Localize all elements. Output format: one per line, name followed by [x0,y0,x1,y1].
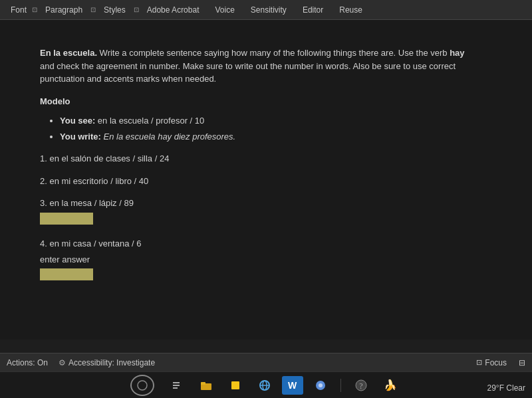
bullet1-text: en la escuela / profesor / 10 [95,116,204,126]
ribbon-dialog-icon3: ⊡ [134,6,139,13]
status-bar: Actions: On ⚙ Accessibility: Investigate… [0,353,532,371]
svg-rect-5 [201,382,205,385]
status-right: ⊡ Focus ⊟ [472,357,525,369]
ribbon-bar: Font ⊡ Paragraph ⊡ Styles ⊡ Adobe Acroba… [0,0,532,20]
modelo-heading: Modelo [40,95,472,108]
document-area: En la escuela. Write a complete sentence… [0,20,532,340]
svg-point-11 [319,383,323,387]
accessibility-label: Accessibility: Investigate [68,358,155,367]
start-button[interactable] [130,375,154,396]
ribbon-reuse[interactable]: Reuse [331,0,370,19]
focus-icon: ⊡ [476,358,482,367]
actions-on-label: Actions: On [7,358,48,367]
reuse-label: Reuse [339,5,362,15]
status-left: Actions: On ⚙ Accessibility: Investigate [7,358,462,367]
editor-label: Editor [303,5,323,15]
taskbar-help[interactable]: ? [349,375,373,396]
focus-label: Focus [485,358,507,367]
svg-point-0 [138,381,147,390]
weather-text: 29°F Clear [487,383,526,393]
bullet1-label: You see: [60,116,95,126]
doc-content: En la escuela. Write a complete sentence… [40,47,472,284]
search-icon [172,380,182,391]
acrobat-label: Adobe Acrobat [147,5,200,15]
view-controls: ⊟ [519,358,525,367]
instruction-paragraph: En la escuela. Write a complete sentence… [40,47,472,86]
ribbon-font[interactable]: Font [5,0,32,19]
actions-on-item: Actions: On [7,358,48,367]
bullet2-label: You write: [60,132,101,142]
browser-icon [259,379,271,391]
item3-text: 3. en la mesa / lápiz / 89 [40,197,472,210]
bullet-item-2: You write: En la escuela hay diez profes… [60,130,472,144]
styles-label: Styles [104,5,126,15]
instruction-hay: hay [450,48,464,58]
bullet2-text: En la escuela hay diez profesores. [101,132,235,142]
help-icon: ? [355,379,367,391]
enter-answer-label: enter answer [40,253,472,266]
svg-rect-3 [173,387,178,389]
taskbar-banana[interactable]: 🍌 [378,375,402,396]
item4-text: 4. en mi casa / ventana / 6 [40,237,472,250]
weather-display: 29°F Clear [487,383,526,393]
exercise-item-3: 3. en la mesa / lápiz / 89 [40,197,472,228]
svg-rect-1 [173,382,180,383]
answer-box-4[interactable] [40,268,93,280]
taskbar-app1[interactable] [309,375,332,396]
exercise-item-2: 2. en mi escritorio / libro / 40 [40,175,472,188]
svg-text:?: ? [359,381,362,391]
font-label: Font [11,5,27,15]
taskbar-notes[interactable] [223,375,247,396]
voice-label: Voice [215,5,234,15]
item2-text: 2. en mi escritorio / libro / 40 [40,175,472,188]
app1-icon [315,379,327,391]
ribbon-dialog-icon2: ⊡ [90,6,96,13]
ribbon-paragraph[interactable]: Paragraph [37,0,90,19]
accessibility-icon: ⚙ [59,358,66,367]
taskbar: W ? 🍌 29°F Clear [0,371,532,398]
ribbon-dialog-icon1: ⊡ [32,6,37,13]
notes-icon [230,380,241,391]
exercise-item-1: 1. en el salón de clases / silla / 24 [40,152,472,165]
exercise-item-4: 4. en mi casa / ventana / 6 enter answer [40,237,472,284]
ribbon-styles[interactable]: Styles [96,0,134,19]
ribbon-acrobat[interactable]: Adobe Acrobat [139,0,207,19]
windows-icon [137,380,148,391]
ribbon-voice[interactable]: Voice [207,0,242,19]
taskbar-search[interactable] [165,375,189,396]
taskbar-word[interactable]: W [282,376,303,395]
paragraph-label: Paragraph [45,5,82,15]
instruction-bold: En la escuela. [40,48,97,58]
modelo-bullets: You see: en la escuela / profesor / 10 Y… [40,114,472,143]
instruction-text2: and check the agreement in number. Make … [40,61,456,84]
folder-icon [200,380,212,391]
accessibility-item[interactable]: ⚙ Accessibility: Investigate [59,358,155,367]
banana-icon: 🍌 [384,379,397,391]
answer-box-3[interactable] [40,213,93,225]
instruction-text1: Write a complete sentence saying how man… [97,48,450,58]
taskbar-browser[interactable] [253,375,277,396]
item1-text: 1. en el salón de clases / silla / 24 [40,152,472,165]
focus-button[interactable]: ⊡ Focus [472,357,511,369]
svg-rect-2 [173,385,180,386]
taskbar-separator [340,379,341,392]
ribbon-sensitivity[interactable]: Sensitivity [243,0,295,19]
taskbar-file-explorer[interactable] [194,375,218,396]
bullet-item-1: You see: en la escuela / profesor / 10 [60,114,472,128]
svg-rect-6 [231,381,239,389]
sensitivity-label: Sensitivity [251,5,287,15]
ribbon-editor[interactable]: Editor [295,0,331,19]
